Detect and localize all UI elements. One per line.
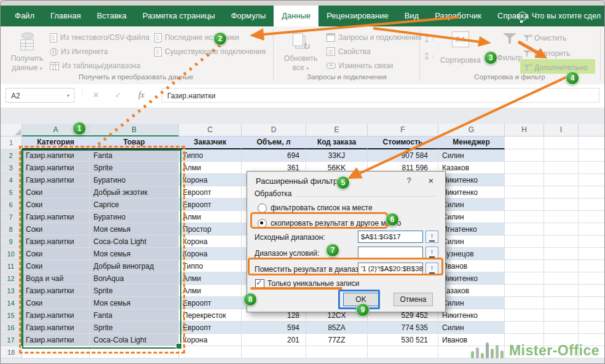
cell-B6[interactable]: Caprice <box>90 199 179 211</box>
cell-I4[interactable] <box>544 174 579 186</box>
row-header-15[interactable]: 15 <box>1 309 22 322</box>
cell-C13[interactable]: Алми <box>179 285 242 297</box>
cell-A16[interactable]: Газир.напитки <box>22 322 90 334</box>
cell-C4[interactable]: Корона <box>179 174 242 186</box>
source-range-collapse-button[interactable]: ↑ <box>425 231 438 243</box>
cell-B2[interactable]: Fanta <box>90 149 179 162</box>
filter-in-place-label[interactable]: фильтровать список на месте <box>271 204 373 212</box>
cell-C18[interactable] <box>179 346 242 358</box>
formula-bar-splitter[interactable]: ⋮ <box>79 90 81 101</box>
cell-E16[interactable]: 85ZA <box>306 322 368 334</box>
cell-H12[interactable] <box>505 272 544 285</box>
insert-function-icon[interactable]: fx <box>133 88 149 103</box>
cell-J4[interactable] <box>579 174 605 186</box>
tab-3[interactable]: Вставка <box>89 6 134 26</box>
cell-C16[interactable]: Евроопт <box>179 322 242 334</box>
cell-B14[interactable]: Моя семья <box>90 297 179 309</box>
cell-C11[interactable]: Типпо <box>179 260 242 272</box>
cell-G9[interactable]: Силин <box>438 235 505 248</box>
cell-B13[interactable]: Sprite <box>90 285 179 297</box>
cell-A8[interactable]: Соки <box>22 223 90 235</box>
row-header-6[interactable]: 6 <box>1 199 22 211</box>
cell-C10[interactable]: Корона <box>179 248 242 260</box>
row-header-9[interactable]: 9 <box>1 235 22 248</box>
cell-B5[interactable]: Добрый экзотик <box>90 186 179 199</box>
cell-I7[interactable] <box>544 211 579 223</box>
queries-connections-button[interactable]: Запросы и подключения <box>326 31 422 44</box>
header-cell-F[interactable]: Стоимость <box>368 136 438 149</box>
header-cell-A[interactable]: Категория <box>22 136 90 149</box>
cell-G13[interactable]: Казаков <box>438 285 505 297</box>
tab-8[interactable]: Вид <box>397 6 427 26</box>
row-header-10[interactable]: 10 <box>1 248 22 260</box>
cell-A11[interactable]: Соки <box>22 260 90 272</box>
cell-H11[interactable] <box>505 260 544 272</box>
tab-2[interactable]: Главная <box>42 6 89 26</box>
cell-H9[interactable] <box>505 235 544 248</box>
column-header-E[interactable]: E <box>306 124 368 136</box>
cell-H2[interactable] <box>505 149 544 162</box>
cell-H16[interactable] <box>505 322 544 334</box>
cell-D18[interactable] <box>242 346 306 358</box>
cell-H6[interactable] <box>505 199 544 211</box>
column-header-D[interactable]: D <box>242 124 306 136</box>
cell-A15[interactable]: Газир.напитки <box>22 309 90 322</box>
cell-I9[interactable] <box>544 235 579 248</box>
header-cell-C[interactable]: Заказчик <box>179 136 242 149</box>
select-all-corner[interactable] <box>1 124 22 136</box>
cell-J6[interactable] <box>579 199 605 211</box>
cell-E2[interactable]: 33KJ <box>306 149 368 162</box>
row-header-16[interactable]: 16 <box>1 322 22 334</box>
cell-J10[interactable] <box>579 248 605 260</box>
cell-H5[interactable] <box>505 186 544 199</box>
cell-I10[interactable] <box>544 248 579 260</box>
cell-G11[interactable]: Иванов <box>438 260 505 272</box>
confirm-entry-icon[interactable]: ✓ <box>110 88 126 103</box>
cell-F18[interactable] <box>368 346 438 358</box>
cell-A6[interactable]: Соки <box>22 199 90 211</box>
cell-J11[interactable] <box>579 260 605 272</box>
clear-filter-button[interactable]: ✕Очистить <box>523 32 566 44</box>
cell-I6[interactable] <box>544 199 579 211</box>
name-box-caret-icon[interactable]: ▾ <box>67 89 69 103</box>
header-cell-E[interactable]: Код заказа <box>306 136 368 149</box>
destination-range-input[interactable]: '1 (2)'!$A$20:$B$38 <box>358 263 423 275</box>
dialog-close-button[interactable]: × <box>423 175 439 186</box>
tab-7[interactable]: Рецензирование <box>318 6 396 26</box>
column-header-G[interactable]: G <box>438 124 505 136</box>
cell[interactable] <box>544 136 579 149</box>
cell-A12[interactable]: Вода и чай <box>22 272 90 285</box>
cell-G8[interactable]: Игнатенко <box>438 223 505 235</box>
column-header-I[interactable]: I <box>544 124 579 136</box>
cell-C3[interactable]: Алми <box>179 162 242 174</box>
cell-G7[interactable]: Силин <box>438 211 505 223</box>
cell-A9[interactable]: Газир.напитки <box>22 235 90 248</box>
cell-B4[interactable]: Буратино <box>90 174 179 186</box>
cell-A4[interactable]: Газир.напитки <box>22 174 90 186</box>
existing-connections-button[interactable]: Существующие подключения <box>154 46 266 58</box>
edit-links-button[interactable]: Изменить связи <box>326 60 393 72</box>
cell-H14[interactable] <box>505 297 544 309</box>
header-cell-B[interactable]: Товар <box>90 136 179 149</box>
column-header-C[interactable]: C <box>179 124 242 136</box>
cell-G15[interactable]: Никитенко <box>438 309 505 322</box>
cell-J12[interactable] <box>579 272 605 285</box>
cell-J8[interactable] <box>579 223 605 235</box>
cell-C7[interactable]: Алми <box>179 211 242 223</box>
cell-J2[interactable] <box>579 149 605 162</box>
cell-J3[interactable] <box>579 162 605 174</box>
cell-G4[interactable]: Никитенко <box>438 174 505 186</box>
cell[interactable] <box>579 136 605 149</box>
get-data-button[interactable]: Получить данные ▾ <box>7 30 47 73</box>
tab-5[interactable]: Формулы <box>223 6 274 26</box>
dialog-help-button[interactable]: ? <box>402 176 416 185</box>
column-header-B[interactable]: B <box>90 124 179 136</box>
cell-G3[interactable]: Казаков <box>438 162 505 174</box>
cell-A5[interactable]: Соки <box>22 186 90 199</box>
row-header-1[interactable]: 1 <box>1 136 22 149</box>
cell-G10[interactable]: Кузнецов <box>438 248 505 260</box>
from-web-button[interactable]: Из Интернета <box>50 46 108 58</box>
cell-C17[interactable]: Корона <box>179 334 242 346</box>
cell-C2[interactable]: Типпо <box>179 149 242 162</box>
cell-H13[interactable] <box>505 285 544 297</box>
